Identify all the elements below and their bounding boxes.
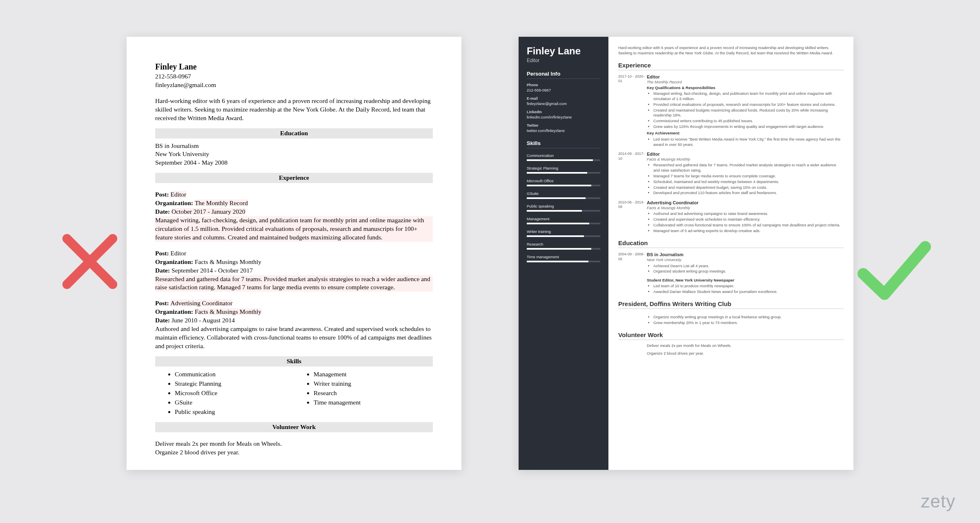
exp-bullet: Created and supervised work schedules to… <box>653 217 844 223</box>
info-label: Twitter <box>527 123 600 127</box>
info-value: linkedin.com/in/finleyzlane <box>527 115 600 119</box>
heading-experience: Experience <box>618 62 844 70</box>
exp-title: Advertising Coordinator <box>647 200 844 205</box>
exp-bullet: Led team to receive "Best Written Media … <box>653 136 844 148</box>
exp-1: Post:Editor Organization:The Monthly Rec… <box>155 190 433 242</box>
skills-columns: CommunicationStrategic PlanningMicrosoft… <box>155 370 433 417</box>
exp1-post: Editor <box>170 191 186 198</box>
section-skills: Skills <box>155 356 433 367</box>
exp1-body: Managed writing, fact-checking, design, … <box>155 216 433 242</box>
club-bullet: Organize monthly writing group meetings … <box>653 314 844 320</box>
skill-name: Public speaking <box>527 204 600 208</box>
info-value: finleyzlane@gmail.com <box>527 101 600 106</box>
exp3-post: Advertising Coordinator <box>170 299 232 306</box>
skill-name: Writer training <box>527 229 600 234</box>
volunteer-line: Organize 2 blood drives per year. <box>155 448 433 457</box>
exp3-body: Authored and led advertising campaigns t… <box>155 325 433 351</box>
exp-entry: 2017-10 - 2020-01EditorThe Monthly Recor… <box>618 74 844 148</box>
edu-title: BS in Journalism <box>647 252 844 257</box>
edu-degree: BS in Journalism <box>155 142 433 150</box>
club-bullet: Grew membership 20% in 1 year to 73 memb… <box>653 320 844 326</box>
skill-name: Microsoft Office <box>527 179 600 183</box>
edu-bullet: Led team of 10 to produce monthly newspa… <box>653 284 844 289</box>
org-label: Organization: <box>155 199 195 206</box>
skill-bar <box>527 223 600 224</box>
edu-bullet: Awarded Darian Wallace Student News awar… <box>653 289 844 295</box>
name: Finley Lane <box>527 46 600 56</box>
section-volunteer: Volunteer Work <box>155 422 433 432</box>
skill-item: Communication <box>175 370 294 379</box>
skill-name: Strategic Planning <box>527 166 600 170</box>
post-label: Post: <box>155 191 170 198</box>
exp1-date: October 2017 - January 2020 <box>172 208 245 215</box>
edu-dates: September 2004 - May 2008 <box>155 159 433 167</box>
name: Finley Lane <box>155 61 433 72</box>
edu-org: New York University <box>647 257 844 262</box>
exp-bullet: Managed writing, fact-checking, design, … <box>653 91 844 102</box>
skill-bar <box>527 248 600 250</box>
check-icon <box>853 229 935 312</box>
summary: Hard-working editor with 6 years of expe… <box>618 45 844 56</box>
info-label: Phone <box>527 83 600 87</box>
exp-bullet: Grew sales by 125% through improvements … <box>653 124 844 130</box>
volunteer-lines: Deliver meals 2x per month for Meals on … <box>155 440 433 457</box>
exp2-org: Facts & Musings Monthly <box>195 258 261 265</box>
zety-logo: zety <box>921 491 956 512</box>
skill-bar <box>527 172 600 174</box>
volunteer-line: Deliver meals 2x per month for Meals on … <box>155 440 433 448</box>
skill-name: Management <box>527 217 600 221</box>
exp-bullet: Commissioned writers contributing to 45 … <box>653 118 844 124</box>
exp-entry: 2014-09 - 2017-10EditorFacts & Musings M… <box>618 152 844 196</box>
skill-bar <box>527 159 600 161</box>
exp-bullet: Developed and promoted 110 feature artic… <box>653 190 844 196</box>
date-label: Date: <box>155 208 172 215</box>
edu-dates: 2004-09 - 2008-05 <box>618 252 647 295</box>
exp-org: Facts & Musings Monthly <box>647 157 844 161</box>
section-experience: Experience <box>155 173 433 183</box>
exp2-post: Editor <box>170 250 186 257</box>
sidebar: Finley Lane Editor Personal Info Phone21… <box>519 37 608 470</box>
skill-bar <box>527 261 600 262</box>
skill-bar <box>527 210 600 212</box>
exp-dates: 2017-10 - 2020-01 <box>618 74 647 148</box>
edu-bullet: Organized student writing group meetings… <box>653 269 844 275</box>
skill-bar <box>527 235 600 237</box>
skill-name: Research <box>527 242 600 246</box>
info-value: twitter.com/finleyzlane <box>527 128 600 133</box>
side-skills: Skills <box>527 140 600 148</box>
volunteer-line: Deliver meals 2x per month for Meals on … <box>618 343 844 348</box>
main-column: Hard-working editor with 6 years of expe… <box>608 37 853 470</box>
info-label: E-mail <box>527 96 600 101</box>
skill-bar <box>527 185 600 186</box>
side-personal: Personal Info <box>527 71 600 79</box>
exp-org: The Monthly Record <box>647 80 844 84</box>
skill-item: Public speaking <box>175 407 294 417</box>
summary: Hard-working editor with 6 years of expe… <box>155 97 433 123</box>
volunteer-line: Organize 2 blood drives per year. <box>618 351 844 355</box>
skill-name: GSuite <box>527 191 600 196</box>
exp-bullet: Managed 7 teams for large media events t… <box>653 174 844 179</box>
heading-education: Education <box>618 239 844 248</box>
exp-sub: Key Qualifications & Responsibilities <box>647 85 844 90</box>
skill-name: Communication <box>527 153 600 158</box>
skill-item: Time management <box>314 398 433 407</box>
exp-bullet: Provided critical evaluations of proposa… <box>653 102 844 107</box>
edu-sub: Student Editor, New York University News… <box>647 278 844 282</box>
exp2-body: Researched and gathered data for 7 teams… <box>155 275 433 292</box>
edu-entry: 2004-09 - 2008-05 BS in Journalism New Y… <box>618 252 844 295</box>
exp3-date: June 2010 - August 2014 <box>172 317 235 324</box>
exp-entry: 2010-06 - 2014-08Advertising Coordinator… <box>618 200 844 234</box>
exp-dates: 2010-06 - 2014-08 <box>618 200 647 234</box>
skill-item: Research <box>314 389 433 398</box>
exp-org: Facts & Musings Monthly <box>647 206 844 210</box>
exp-title: Editor <box>647 74 844 79</box>
edu-school: New York University <box>155 150 433 159</box>
heading-club: President, Doffins Writers Writing Club <box>618 300 844 309</box>
skill-name: Time management <box>527 255 600 259</box>
exp1-org: The Monthly Record <box>195 199 248 206</box>
skill-item: Writer training <box>314 379 433 389</box>
skill-item: Microsoft Office <box>175 389 294 398</box>
skill-item: Management <box>314 370 433 379</box>
section-education: Education <box>155 128 433 139</box>
exp-bullet: Researched and gathered data for 7 teams… <box>653 163 844 174</box>
